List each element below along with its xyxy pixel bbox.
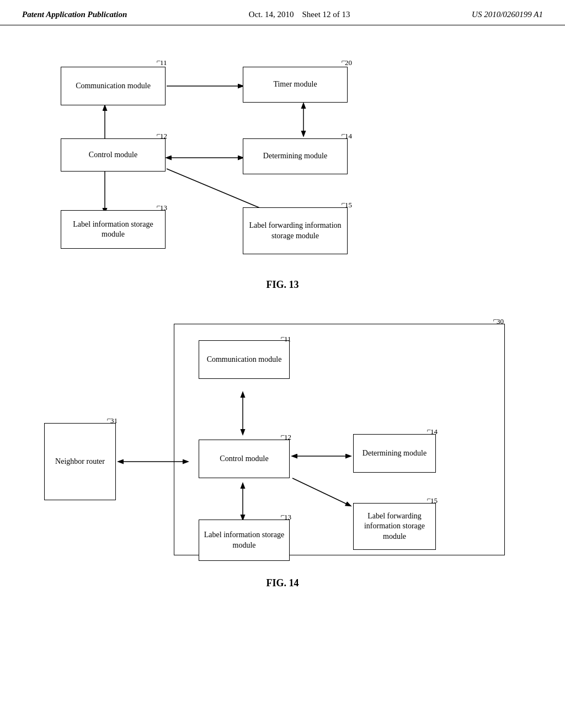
control-module-box: Control module [61,138,166,172]
ref-15-fig14: 15 [430,496,438,505]
ref-20-fig13: 20 [345,58,352,67]
ref-11-fig13: 11 [160,58,167,67]
label-fwd-info-box: Label forwarding information storage mod… [243,207,348,254]
ref-15-fig13: 15 [345,201,352,210]
ref-14-fig14: 14 [430,427,438,436]
page-content: Communication module 11 ⌐ Control module… [0,25,565,622]
determining-module-box: Determining module [243,138,348,174]
fig14-diagram: 30 ⌐ Neighbor router 31 ⌐ Communication … [33,307,532,572]
fig14-label-fwd-box: Label forwarding information storage mod… [353,503,436,550]
fig13-label: FIG. 13 [266,279,299,290]
comm-module-box: Communication module [61,67,166,105]
ref-13-fig14: 13 [284,513,291,522]
fig14-determining-box: Determining module [353,434,436,473]
header-publication-type: Patent Application Publication [22,10,127,19]
fig14-label-info-box: Label information storage module [199,520,290,561]
neighbor-router-box: Neighbor router [44,423,116,500]
fig13-label-row: FIG. 13 [33,279,532,291]
fig13-diagram: Communication module 11 ⌐ Control module… [33,42,532,274]
header-date-sheet: Oct. 14, 2010 Sheet 12 of 13 [249,10,350,19]
label-info-storage-box: Label information storage module [61,210,166,249]
ref-13-fig13: 13 [160,204,167,212]
fig14-label: FIG. 14 [266,577,299,588]
timer-module-box: Timer module [243,67,348,103]
ref-14-fig13: 14 [345,132,352,141]
ref-12-fig14: 12 [284,433,291,442]
header-patent-number: US 2010/0260199 A1 [472,10,543,19]
ref-12-fig13: 12 [160,132,167,141]
ref-30-fig14: 30 [497,317,504,326]
header-sheet: Sheet 12 of 13 [302,10,350,19]
ref-31-fig14: 31 [110,416,118,425]
fig14-label-row: FIG. 14 [33,577,532,589]
header-date: Oct. 14, 2010 [249,10,294,19]
fig14-control-box: Control module [199,440,290,478]
page-header: Patent Application Publication Oct. 14, … [0,0,565,25]
fig14-comm-box: Communication module [199,340,290,379]
ref-11-fig14: 11 [284,335,291,344]
